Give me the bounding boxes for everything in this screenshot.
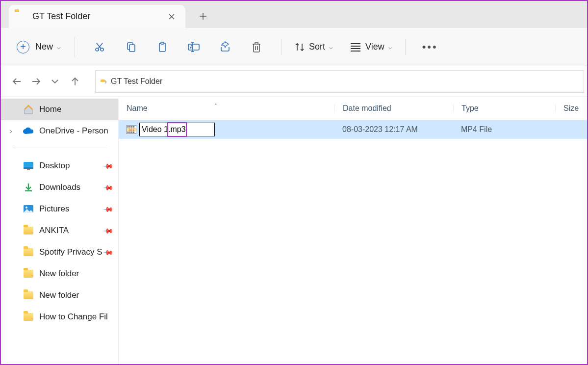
plus-circle-icon: + (17, 41, 29, 53)
address-bar[interactable]: › GT Test Folder (95, 70, 584, 93)
sidebar-item-quick[interactable]: New folder (1, 285, 118, 306)
sidebar-item-label: New folder (39, 269, 79, 279)
sort-button[interactable]: Sort ⌵ (290, 42, 337, 52)
tab-bar: GT Test Folder (1, 1, 587, 28)
svg-rect-3 (129, 45, 135, 52)
column-header-size[interactable]: Size (555, 104, 587, 113)
sidebar-item-quick[interactable]: How to Change Fil (1, 306, 118, 328)
desktop-icon (23, 161, 34, 170)
new-button[interactable]: + New ⌵ (12, 36, 66, 58)
sidebar-item-label: How to Change Fil (39, 312, 108, 322)
pin-icon: 📌 (102, 225, 114, 236)
svg-rect-10 (27, 169, 30, 170)
pin-icon: 📌 (102, 182, 114, 193)
sidebar-item-label: Home (39, 104, 61, 114)
chevron-down-icon: ⌵ (388, 43, 392, 51)
pin-icon: 📌 (102, 203, 114, 214)
column-label: Date modified (343, 104, 391, 112)
rename-editor (139, 123, 215, 136)
arrow-left-icon (12, 77, 22, 86)
rename-icon: A (187, 41, 200, 53)
sidebar-item-label: Pictures (39, 204, 69, 214)
chevron-down-icon: ⌵ (329, 43, 333, 51)
sidebar-item-label: Spotify Privacy S (39, 247, 102, 257)
breadcrumb-current[interactable]: GT Test Folder (111, 77, 162, 86)
cell-date: 08-03-2023 12:17 AM (334, 125, 453, 134)
scissors-icon (94, 41, 105, 53)
trash-icon (251, 41, 262, 53)
more-button[interactable]: ••• (418, 36, 442, 58)
forward-button[interactable] (31, 77, 42, 86)
svg-text:A: A (190, 45, 193, 50)
sort-indicator-icon: ˄ (214, 103, 217, 110)
content: Name ˄ Date modified Type Size 321 (119, 97, 587, 364)
column-label: Name (127, 104, 148, 112)
ellipsis-icon: ••• (422, 41, 438, 53)
sidebar-item-label: OneDrive - Person (39, 126, 108, 136)
sidebar-item-quick[interactable]: Pictures📌 (1, 198, 118, 220)
sidebar-item-quick[interactable]: Desktop📌 (1, 155, 118, 177)
close-tab-button[interactable] (163, 8, 180, 26)
sidebar-item-quick[interactable]: New folder (1, 263, 118, 285)
tab-title: GT Test Folder (32, 11, 163, 22)
pictures-icon (23, 205, 34, 213)
sidebar-divider (13, 148, 106, 148)
column-header-type[interactable]: Type (453, 104, 555, 113)
pin-icon: 📌 (102, 160, 114, 171)
toolbar: + New ⌵ A (1, 28, 587, 66)
main: Home › OneDrive - Person Desktop📌Downloa… (1, 97, 587, 364)
folder-icon (23, 270, 34, 278)
share-button[interactable] (213, 36, 237, 58)
chevron-down-icon (51, 78, 59, 84)
folder-icon (23, 291, 34, 299)
column-label: Size (563, 104, 579, 112)
sidebar-item-label: Downloads (39, 182, 80, 192)
new-tab-button[interactable] (194, 7, 212, 25)
separator (405, 39, 406, 55)
up-button[interactable] (71, 77, 81, 86)
svg-rect-9 (24, 167, 33, 169)
sort-icon (294, 42, 305, 52)
cell-type: MP4 File (453, 125, 555, 134)
folder-icon (23, 248, 34, 256)
home-icon (23, 104, 34, 114)
plus-icon (199, 12, 207, 20)
sidebar-item-label: New folder (39, 290, 79, 300)
sidebar-item-quick[interactable]: Spotify Privacy S📌 (1, 241, 118, 263)
back-button[interactable] (12, 77, 23, 86)
sidebar-item-quick[interactable]: ANKITA📌 (1, 220, 118, 241)
cloud-icon (23, 127, 34, 135)
recent-button[interactable] (51, 78, 62, 84)
column-headers: Name ˄ Date modified Type Size (119, 97, 587, 120)
chevron-down-icon: ⌵ (57, 43, 61, 51)
sidebar-item-onedrive[interactable]: › OneDrive - Person (1, 120, 118, 142)
folder-icon (23, 313, 34, 321)
separator (281, 39, 281, 55)
close-icon (168, 13, 175, 20)
sort-label: Sort (309, 42, 325, 52)
navigation-row: › GT Test Folder (1, 66, 587, 97)
rename-button[interactable]: A (182, 36, 205, 58)
column-header-name[interactable]: Name ˄ (119, 104, 334, 113)
tab[interactable]: GT Test Folder (9, 5, 185, 28)
sidebar-item-home[interactable]: Home (1, 99, 118, 120)
sidebar-item-quick[interactable]: Downloads📌 (1, 177, 118, 198)
sidebar-item-label: ANKITA (39, 226, 69, 235)
clipboard-icon (156, 41, 168, 53)
delete-button[interactable] (245, 36, 268, 58)
view-label: View (365, 42, 384, 52)
column-header-date[interactable]: Date modified (334, 104, 453, 113)
arrow-up-icon (71, 77, 79, 86)
separator (75, 37, 75, 57)
file-row[interactable]: 321 08-03-2023 12:17 AM MP4 File (119, 120, 587, 139)
downloads-icon (23, 182, 34, 192)
rename-input[interactable] (140, 124, 214, 135)
paste-button[interactable] (151, 36, 174, 58)
chevron-right-icon[interactable]: › (10, 127, 12, 135)
folder-icon (23, 227, 34, 235)
column-label: Type (461, 104, 479, 112)
view-button[interactable]: View ⌵ (346, 42, 396, 52)
cut-button[interactable] (88, 36, 111, 58)
share-icon (219, 41, 231, 53)
copy-button[interactable] (119, 36, 143, 58)
